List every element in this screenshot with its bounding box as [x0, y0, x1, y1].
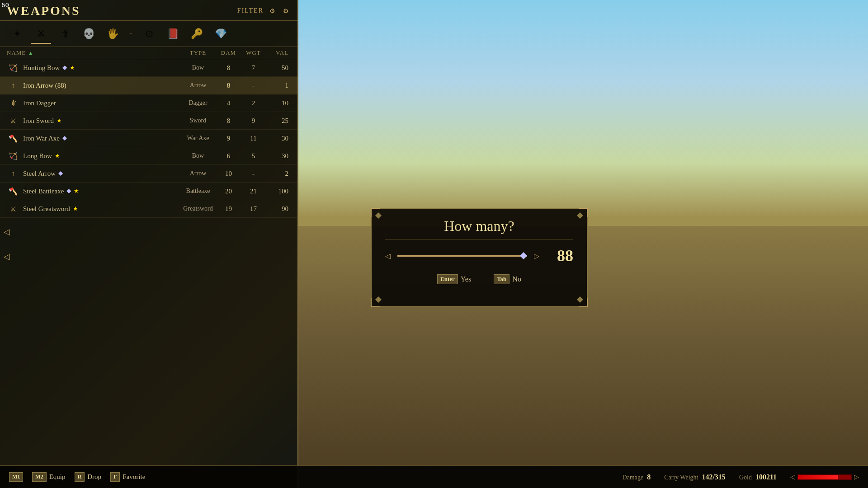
weapon-row[interactable]: ↑ Iron Arrow (88) Arrow 8 - 1	[0, 77, 297, 94]
m1-key[interactable]: M1	[9, 472, 23, 482]
category-all[interactable]: ✦	[7, 23, 27, 44]
filter-icon[interactable]: ⚙	[267, 6, 277, 16]
keybind-r: R Drop	[75, 472, 102, 482]
weapon-wgt: -	[241, 82, 266, 89]
weapon-name: Steel Greatsword ★	[23, 205, 180, 213]
dialog-confirm-button[interactable]: Enter Yes	[437, 274, 471, 284]
weapon-type: Arrow	[180, 170, 216, 177]
equip-label: Equip	[49, 473, 66, 481]
nav-arrow-down[interactable]: ◁	[2, 248, 11, 266]
weapon-val: 100	[266, 188, 291, 195]
enter-key-badge: Enter	[437, 274, 458, 284]
health-arrow-left: ◁	[790, 473, 795, 481]
weapon-dam: 8	[216, 82, 241, 89]
filter-label: FILTER	[237, 7, 264, 14]
col-header-val[interactable]: VAL	[266, 49, 291, 56]
weapon-icon-axe: 🪓	[7, 132, 19, 145]
status-bar: M1 M2 Equip R Drop F Favorite Damage 8 C…	[0, 465, 868, 488]
r-key[interactable]: R	[75, 472, 85, 482]
weapons-title: WEAPONS	[7, 4, 80, 18]
weapon-dam: 9	[216, 135, 241, 142]
badge-diamond	[62, 136, 67, 141]
drop-label: Drop	[87, 473, 101, 481]
weapon-icon-steel-arrow: ↑	[7, 167, 19, 180]
dialog-title: How many?	[372, 209, 587, 239]
column-headers: NAME ▲ TYPE DAM WGT VAL	[0, 47, 297, 59]
quantity-slider-diamond[interactable]	[520, 252, 527, 259]
favorite-label: Favorite	[123, 473, 145, 481]
carry-stat: Carry Weight 142/315	[664, 473, 726, 481]
weapon-name: Iron War Axe	[23, 135, 180, 142]
settings-icon[interactable]: ⚙	[281, 6, 291, 16]
weapon-row[interactable]: 🏹 Long Bow ★ Bow 6 5 30	[0, 147, 297, 165]
weapon-val: 10	[266, 99, 291, 107]
weapon-icon-bow: 🏹	[7, 61, 19, 74]
weapon-val: 1	[266, 82, 291, 89]
status-right: Damage 8 Carry Weight 142/315 Gold 10021…	[623, 473, 859, 481]
weapon-type: Sword	[180, 117, 216, 124]
filter-area: FILTER ⚙ ⚙	[237, 6, 291, 16]
m2-key[interactable]: M2	[32, 472, 46, 482]
weapon-row[interactable]: ⚔ Steel Greatsword ★ Greatsword 19 17 90	[0, 200, 297, 218]
weapon-dam: 8	[216, 64, 241, 72]
weapon-row[interactable]: 🪓 Steel Battleaxe ★ Battleaxe 20 21 100	[0, 183, 297, 200]
inventory-header: WEAPONS FILTER ⚙ ⚙	[0, 0, 297, 21]
weapon-wgt: 9	[241, 117, 266, 125]
weapon-type: Bow	[180, 152, 216, 160]
category-potions[interactable]: ⊙	[139, 23, 159, 44]
weapon-row[interactable]: ⚔ Iron Sword ★ Sword 8 9 25	[0, 112, 297, 130]
col-header-type[interactable]: TYPE	[180, 49, 216, 56]
dialog-cancel-button[interactable]: Tab No	[494, 274, 521, 284]
weapon-dam: 4	[216, 99, 241, 107]
col-header-dam[interactable]: DAM	[216, 49, 241, 56]
weapon-name: Long Bow ★	[23, 152, 180, 160]
category-masks[interactable]: 💀	[79, 23, 99, 44]
weapon-row[interactable]: ↑ Steel Arrow Arrow 10 - 2	[0, 165, 297, 183]
weapon-dam: 8	[216, 117, 241, 125]
weapon-name: Iron Sword ★	[23, 117, 180, 125]
category-weapons[interactable]: ⚔	[31, 23, 51, 44]
category-misc[interactable]: 💎	[211, 23, 231, 44]
tab-key-badge: Tab	[494, 274, 509, 284]
weapon-icon-greatsword: ⚔	[7, 202, 19, 215]
weapon-name: Hunting Bow ★	[23, 64, 180, 72]
badge-diamond	[58, 171, 63, 176]
col-header-wgt[interactable]: WGT	[241, 49, 266, 56]
quantity-left-arrow[interactable]: ◁	[385, 252, 391, 260]
weapon-wgt: 5	[241, 152, 266, 160]
quantity-value: 88	[546, 246, 573, 265]
carry-label: Carry Weight	[664, 474, 698, 481]
col-header-name[interactable]: NAME ▲	[7, 49, 180, 56]
category-keys[interactable]: 🔑	[187, 23, 207, 44]
weapon-icon-arrow: ↑	[7, 79, 19, 92]
weapon-type: Greatsword	[180, 205, 216, 212]
weapon-row[interactable]: 🏹 Hunting Bow ★ Bow 8 7 50	[0, 59, 297, 77]
weapon-name: Steel Arrow	[23, 170, 180, 178]
weapon-dam: 10	[216, 170, 241, 178]
damage-stat: Damage 8	[623, 473, 651, 481]
weapon-val: 50	[266, 64, 291, 72]
weapon-wgt: 11	[241, 135, 266, 142]
confirm-label: Yes	[461, 275, 471, 283]
quantity-right-arrow[interactable]: ▷	[534, 252, 539, 260]
weapon-dam: 6	[216, 152, 241, 160]
weapon-list: 🏹 Hunting Bow ★ Bow 8 7 50 ↑ Iron Arrow …	[0, 59, 297, 218]
weapon-type: Bow	[180, 64, 216, 71]
badge-star: ★	[57, 117, 62, 124]
badge-star: ★	[74, 188, 79, 195]
category-heavy[interactable]: 🗡	[55, 23, 75, 44]
f-key[interactable]: F	[110, 472, 120, 482]
weapon-row[interactable]: 🗡 Iron Dagger Dagger 4 2 10	[0, 94, 297, 112]
weapon-row[interactable]: 🪓 Iron War Axe War Axe 9 11 30	[0, 130, 297, 147]
how-many-dialog: How many? ◁ ▷ 88 Enter Yes Tab No	[371, 208, 588, 307]
keybind-m2: M2 Equip	[32, 472, 65, 482]
health-fill	[798, 475, 838, 479]
category-books[interactable]: 📕	[163, 23, 183, 44]
weapon-name: Iron Dagger	[23, 99, 180, 107]
keybind-group: M1 M2 Equip R Drop F Favorite	[9, 472, 145, 482]
health-arrow-right: ▷	[854, 473, 859, 481]
category-hands[interactable]: 🖐	[103, 23, 123, 44]
cancel-label: No	[512, 275, 521, 283]
nav-arrow-up[interactable]: ◁	[2, 223, 11, 241]
weapon-wgt: -	[241, 170, 266, 178]
